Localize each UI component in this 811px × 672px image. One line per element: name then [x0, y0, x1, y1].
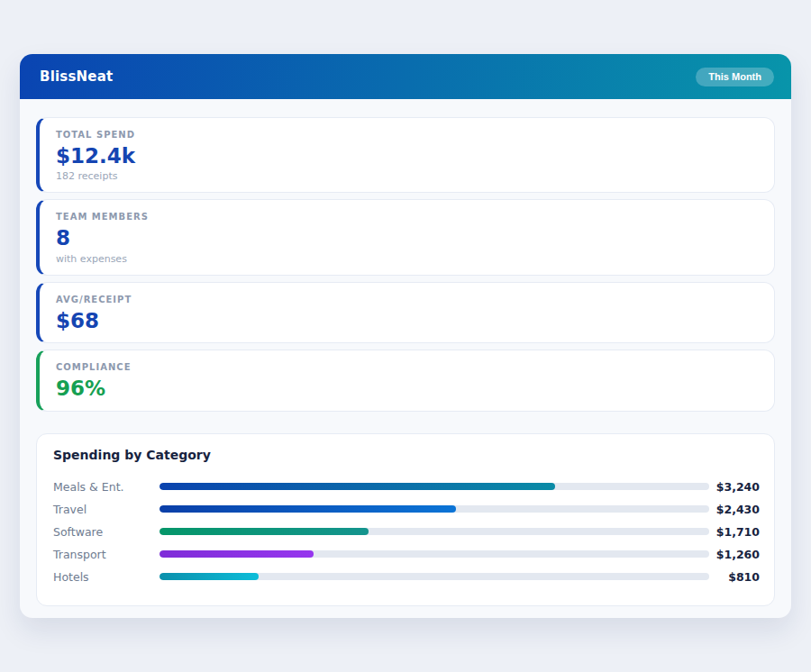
app-header: BlissNeat This Month: [20, 54, 791, 99]
stat-label: TEAM MEMBERS: [56, 212, 758, 222]
period-badge[interactable]: This Month: [696, 68, 774, 86]
stat-card-avg-receipt: AVG/RECEIPT $68: [36, 282, 775, 343]
bar-fill: [159, 573, 259, 580]
category-value: $810: [709, 570, 760, 584]
bar-track: [159, 483, 709, 490]
stat-label: TOTAL SPEND: [56, 130, 758, 140]
stat-label: COMPLIANCE: [56, 362, 758, 372]
stat-card-team-members: TEAM MEMBERS 8 with expenses: [36, 199, 775, 275]
chart-row-meals: Meals & Ent. $3,240: [53, 476, 760, 498]
app-title: BlissNeat: [40, 68, 113, 85]
bar-track: [159, 573, 709, 580]
dashboard-body: TOTAL SPEND $12.4k 182 receipts TEAM MEM…: [20, 99, 791, 606]
bar-fill: [159, 483, 555, 490]
stat-value: 96%: [56, 377, 758, 400]
chart-row-transport: Transport $1,260: [53, 543, 760, 566]
category-label: Transport: [53, 548, 159, 561]
bar-track: [159, 550, 709, 558]
category-label: Meals & Ent.: [53, 480, 159, 494]
stat-value: 8: [56, 226, 758, 250]
chart-row-travel: Travel $2,430: [53, 498, 760, 521]
stat-card-compliance: COMPLIANCE 96%: [36, 350, 775, 411]
bar-track: [159, 528, 709, 535]
category-value: $1,710: [709, 525, 760, 539]
stat-subtext: 182 receipts: [56, 170, 758, 182]
bar-fill: [159, 550, 314, 558]
chart-title: Spending by Category: [53, 448, 760, 462]
category-label: Hotels: [53, 570, 159, 584]
category-label: Software: [53, 525, 159, 539]
stat-value: $12.4k: [56, 144, 758, 168]
category-value: $3,240: [709, 480, 760, 494]
spending-by-category-chart: Spending by Category Meals & Ent. $3,240…: [36, 433, 775, 606]
category-value: $2,430: [709, 503, 760, 516]
stat-value: $68: [56, 309, 758, 332]
bar-fill: [159, 528, 369, 535]
bar-track: [159, 505, 709, 513]
chart-row-hotels: Hotels $810: [53, 566, 760, 588]
category-value: $1,260: [709, 548, 760, 561]
chart-row-software: Software $1,710: [53, 521, 760, 543]
category-label: Travel: [53, 503, 159, 516]
stat-card-total-spend: TOTAL SPEND $12.4k 182 receipts: [36, 117, 775, 193]
stat-label: AVG/RECEIPT: [56, 295, 758, 304]
dashboard-panel: BlissNeat This Month TOTAL SPEND $12.4k …: [20, 54, 791, 618]
stat-subtext: with expenses: [56, 253, 758, 265]
bar-fill: [159, 505, 456, 513]
